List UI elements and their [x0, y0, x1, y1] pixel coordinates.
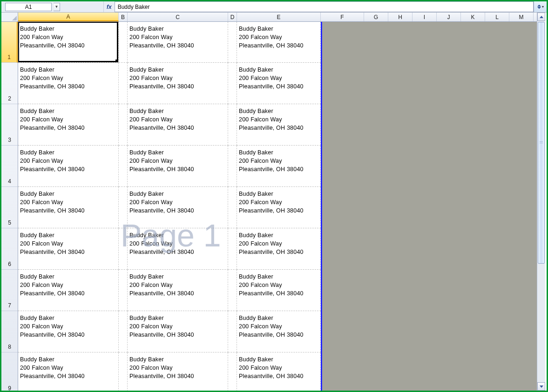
row-header-4[interactable]: 4 [1, 146, 18, 187]
column-header-A[interactable]: A [18, 13, 119, 21]
cell-C4[interactable]: Buddy Baker 200 Falcon Way Pleasantville… [128, 146, 228, 187]
row-header-3[interactable]: 3 [1, 104, 18, 146]
cell-E2[interactable]: Buddy Baker 200 Falcon Way Pleasantville… [237, 63, 321, 104]
cell-A7[interactable]: Buddy Baker 200 Falcon Way Pleasantville… [18, 270, 119, 311]
cell-C1[interactable]: Buddy Baker 200 Falcon Way Pleasantville… [128, 22, 228, 63]
cell-D6[interactable] [228, 228, 237, 270]
cell-C9[interactable]: Buddy Baker 200 Falcon Way Pleasantville… [128, 352, 228, 392]
cell-E5[interactable]: Buddy Baker 200 Falcon Way Pleasantville… [237, 187, 321, 228]
formula-bar: A1 ▼ fx ▾ [1, 1, 547, 13]
formula-input[interactable] [115, 2, 533, 12]
column-header-F[interactable]: F [321, 13, 364, 21]
cell-D8[interactable] [228, 311, 237, 352]
cell-D1[interactable] [228, 22, 237, 63]
cell-E9[interactable]: Buddy Baker 200 Falcon Way Pleasantville… [237, 352, 321, 392]
column-header-I[interactable]: I [413, 13, 437, 21]
name-box-container: A1 ▼ [1, 1, 62, 12]
cell-A5[interactable]: Buddy Baker 200 Falcon Way Pleasantville… [18, 187, 119, 228]
formula-input-wrap [115, 1, 534, 12]
cell-D9[interactable] [228, 352, 237, 392]
row-header-8[interactable]: 8 [1, 311, 18, 352]
cell-C6[interactable]: Buddy Baker 200 Falcon Way Pleasantville… [128, 228, 228, 270]
sheet: ABCDEFGHIJKLM 123456789 Page 1 Buddy Bak… [1, 13, 537, 391]
row-header-5[interactable]: 5 [1, 187, 18, 228]
column-header-D[interactable]: D [228, 13, 237, 21]
cell-B9[interactable] [119, 352, 128, 392]
cell-B6[interactable] [119, 228, 128, 270]
cell-E3[interactable]: Buddy Baker 200 Falcon Way Pleasantville… [237, 104, 321, 146]
column-header-L[interactable]: L [485, 13, 509, 21]
cell-B1[interactable] [119, 22, 128, 63]
cell-A1[interactable]: Buddy Baker 200 Falcon Way Pleasantville… [18, 22, 119, 63]
cell-D5[interactable] [228, 187, 237, 228]
cell-E4[interactable]: Buddy Baker 200 Falcon Way Pleasantville… [237, 146, 321, 187]
column-header-H[interactable]: H [388, 13, 413, 21]
cell-A3[interactable]: Buddy Baker 200 Falcon Way Pleasantville… [18, 104, 119, 146]
cell-B7[interactable] [119, 270, 128, 311]
column-header-E[interactable]: E [237, 13, 321, 21]
cell-C7[interactable]: Buddy Baker 200 Falcon Way Pleasantville… [128, 270, 228, 311]
cell-E1[interactable]: Buddy Baker 200 Falcon Way Pleasantville… [237, 22, 321, 63]
cell-B2[interactable] [119, 63, 128, 104]
cell-C8[interactable]: Buddy Baker 200 Falcon Way Pleasantville… [128, 311, 228, 352]
column-header-M[interactable]: M [509, 13, 534, 21]
cell-C2[interactable]: Buddy Baker 200 Falcon Way Pleasantville… [128, 63, 228, 104]
cell-B3[interactable] [119, 104, 128, 146]
name-box[interactable]: A1 [5, 3, 52, 11]
grid-body[interactable]: Page 1 Buddy Baker 200 Falcon Way Pleasa… [18, 22, 537, 392]
cell-B8[interactable] [119, 311, 128, 352]
column-header-K[interactable]: K [461, 13, 485, 21]
column-headers: ABCDEFGHIJKLM [18, 13, 537, 22]
scroll-thumb[interactable] [538, 22, 545, 264]
cell-A9[interactable]: Buddy Baker 200 Falcon Way Pleasantville… [18, 352, 119, 392]
row-header-1[interactable]: 1 [1, 22, 18, 63]
cell-A2[interactable]: Buddy Baker 200 Falcon Way Pleasantville… [18, 63, 119, 104]
name-box-dropdown[interactable]: ▼ [54, 3, 60, 11]
cell-C5[interactable]: Buddy Baker 200 Falcon Way Pleasantville… [128, 187, 228, 228]
select-all-corner[interactable] [1, 13, 18, 22]
fx-group: fx [104, 4, 115, 10]
scroll-up-button[interactable] [537, 13, 545, 21]
row-header-2[interactable]: 2 [1, 63, 18, 104]
cell-A6[interactable]: Buddy Baker 200 Falcon Way Pleasantville… [18, 228, 119, 270]
fx-icon[interactable]: fx [107, 4, 112, 10]
row-header-9[interactable]: 9 [1, 352, 18, 392]
row-header-6[interactable]: 6 [1, 228, 18, 270]
row-header-7[interactable]: 7 [1, 270, 18, 311]
cell-D2[interactable] [228, 63, 237, 104]
vertical-scrollbar[interactable] [537, 13, 545, 391]
cell-E8[interactable]: Buddy Baker 200 Falcon Way Pleasantville… [237, 311, 321, 352]
out-of-page-area [322, 22, 537, 392]
formula-expand[interactable]: ▾ [534, 1, 547, 12]
column-header-B[interactable]: B [119, 13, 128, 21]
cell-A8[interactable]: Buddy Baker 200 Falcon Way Pleasantville… [18, 311, 119, 352]
cell-C3[interactable]: Buddy Baker 200 Falcon Way Pleasantville… [128, 104, 228, 146]
cell-E6[interactable]: Buddy Baker 200 Falcon Way Pleasantville… [237, 228, 321, 270]
cell-D7[interactable] [228, 270, 237, 311]
cell-B5[interactable] [119, 187, 128, 228]
column-header-J[interactable]: J [437, 13, 461, 21]
main-area: ABCDEFGHIJKLM 123456789 Page 1 Buddy Bak… [1, 13, 547, 391]
row-headers: 123456789 [1, 22, 18, 392]
cell-B4[interactable] [119, 146, 128, 187]
cell-D4[interactable] [228, 146, 237, 187]
cell-E7[interactable]: Buddy Baker 200 Falcon Way Pleasantville… [237, 270, 321, 311]
scroll-track[interactable] [537, 21, 545, 382]
column-header-G[interactable]: G [364, 13, 388, 21]
column-header-C[interactable]: C [128, 13, 228, 21]
scroll-down-button[interactable] [537, 382, 545, 391]
cell-D3[interactable] [228, 104, 237, 146]
cell-A4[interactable]: Buddy Baker 200 Falcon Way Pleasantville… [18, 146, 119, 187]
